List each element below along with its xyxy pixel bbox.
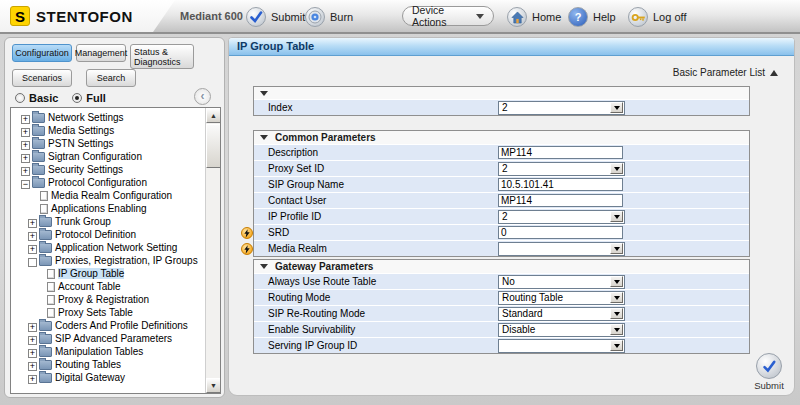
burn-toolbar-button[interactable]: Burn [305,5,353,29]
folder-icon [39,373,52,383]
dropdown-arrow-icon[interactable] [610,276,623,287]
row-serving-ip-group-id: Serving IP Group ID [254,337,749,353]
index-select[interactable]: 2 [498,101,625,115]
sip-group-name-input[interactable] [498,178,623,191]
description-input[interactable] [498,146,623,159]
submit-toolbar-button[interactable]: Submit [246,5,305,29]
stentofon-logo-icon: S [10,6,30,26]
expand-icon[interactable]: + [21,154,30,163]
expand-icon[interactable]: + [21,115,30,124]
tab-scenarios[interactable]: Scenarios [12,69,72,87]
row-index: Index 2 [254,99,749,115]
gateway-parameters-header[interactable]: Gateway Parameters [254,260,749,273]
tab-configuration[interactable]: Configuration [12,44,72,62]
dropdown-arrow-icon[interactable] [610,163,623,174]
tree-item-application-network-setting[interactable]: +Application Network Setting [13,241,204,254]
full-radio[interactable] [72,93,82,103]
tree-item-digital-gateway[interactable]: +Digital Gateway [13,371,204,384]
dropdown-arrow-icon[interactable] [610,211,623,222]
basic-radio[interactable] [15,93,25,103]
tree-item-media-settings[interactable]: +Media Settings [13,124,204,137]
expand-icon[interactable]: + [28,245,37,254]
tree-item-network-settings[interactable]: +Network Settings [13,111,204,124]
tree-item-sip-advanced-parameters[interactable]: +SIP Advanced Parameters [13,332,204,345]
expand-icon[interactable]: + [21,141,30,150]
tree-item-protocol-configuration[interactable]: −Protocol Configuration [13,176,204,189]
tree-item-proxies-registration-ip-groups[interactable]: −Proxies, Registration, IP Groups [13,254,204,267]
tree-label: Application Network Setting [55,242,177,253]
dropdown-arrow-icon[interactable] [610,324,623,335]
help-icon: ? [568,7,588,27]
logoff-button[interactable]: Log off [628,5,686,29]
row-srd: SRD [254,224,749,240]
proxy-set-id-select[interactable]: 2 [498,162,625,176]
tree-item-account-table[interactable]: Account Table [13,280,204,293]
serving-ip-group-id-select[interactable] [498,339,625,353]
expand-icon[interactable]: + [21,128,30,137]
tab-search[interactable]: Search [86,69,136,87]
enable-survivability-select[interactable]: Disable [498,323,625,337]
dropdown-arrow-icon[interactable] [610,292,623,303]
index-section-header[interactable] [254,87,749,99]
dropdown-arrow-icon[interactable] [610,243,623,254]
home-button[interactable]: Home [507,5,561,29]
tree-item-applications-enabling[interactable]: Applications Enabling [13,202,204,215]
tree-item-pstn-settings[interactable]: +PSTN Settings [13,137,204,150]
sip-re-routing-mode-select[interactable]: Standard [498,307,625,321]
media-realm-select[interactable] [498,242,625,256]
tree-scrollbar[interactable]: ▲ ▼ [205,108,220,393]
section-collapse-icon[interactable] [260,264,268,273]
routing-mode-select[interactable]: Routing Table [498,291,625,305]
tree-item-ip-group-table[interactable]: IP Group Table [13,267,204,280]
srd-input[interactable] [498,226,623,239]
scroll-down-icon[interactable]: ▼ [206,378,221,393]
collapse-icon[interactable]: − [21,180,30,189]
lightning-reset-icon [241,227,253,239]
expand-icon[interactable]: + [28,375,37,384]
tree-item-trunk-group[interactable]: +Trunk Group [13,215,204,228]
basic-parameter-list-toggle[interactable]: Basic Parameter List [673,66,778,79]
dropdown-arrow-icon[interactable] [610,308,623,319]
section-collapse-icon[interactable] [260,135,268,144]
expand-icon[interactable]: + [21,167,30,176]
help-button[interactable]: ? Help [568,5,616,29]
expand-icon[interactable]: + [28,232,37,241]
collapse-pane-icon[interactable]: ‹ [194,88,211,105]
tree-item-manipulation-tables[interactable]: +Manipulation Tables [13,345,204,358]
always-use-route-table-select[interactable]: No [498,275,625,289]
scrollbar-thumb[interactable] [206,124,221,168]
ip-profile-id-select[interactable]: 2 [498,210,625,224]
help-label: Help [593,11,616,23]
field-label: SIP Re-Routing Mode [268,308,498,319]
common-parameters-header[interactable]: Common Parameters [254,131,749,144]
dropdown-arrow-icon[interactable] [610,102,623,113]
tree-item-coders-and-profile-definitions[interactable]: +Coders And Profile Definitions [13,319,204,332]
scroll-up-icon[interactable]: ▲ [206,108,221,123]
dropdown-arrow-icon[interactable] [610,340,623,351]
expand-icon[interactable]: + [28,349,37,358]
expand-icon[interactable]: + [28,362,37,371]
tree-item-sigtran-configuration[interactable]: +Sigtran Configuration [13,150,204,163]
tree-label: Proxies, Registration, IP Groups [55,255,198,266]
expand-icon[interactable]: + [28,336,37,345]
tree-label: Manipulation Tables [55,346,143,357]
contact-user-input[interactable] [498,194,623,207]
tree-label: Routing Tables [55,359,121,370]
device-actions-dropdown[interactable]: Device Actions [402,6,494,26]
tree-item-security-settings[interactable]: +Security Settings [13,163,204,176]
section-title: Common Parameters [275,132,376,143]
tree-item-proxy-sets-table[interactable]: Proxy Sets Table [13,306,204,319]
tree-item-protocol-definition[interactable]: +Protocol Definition [13,228,204,241]
tab-status-diagnostics[interactable]: Status & Diagnostics [130,44,194,69]
submit-button[interactable]: Submit [752,353,786,391]
collapse-icon[interactable]: − [28,258,37,267]
folder-icon [39,243,52,253]
navigation-panel: Configuration Management Status & Diagno… [4,37,225,398]
expand-icon[interactable]: + [28,323,37,332]
tree-item-routing-tables[interactable]: +Routing Tables [13,358,204,371]
page-icon [40,204,48,214]
tab-management[interactable]: Management [76,44,126,62]
tree-item-media-realm-configuration[interactable]: Media Realm Configuration [13,189,204,202]
expand-icon[interactable]: + [28,219,37,228]
tree-item-proxy-and-registration[interactable]: Proxy & Registration [13,293,204,306]
